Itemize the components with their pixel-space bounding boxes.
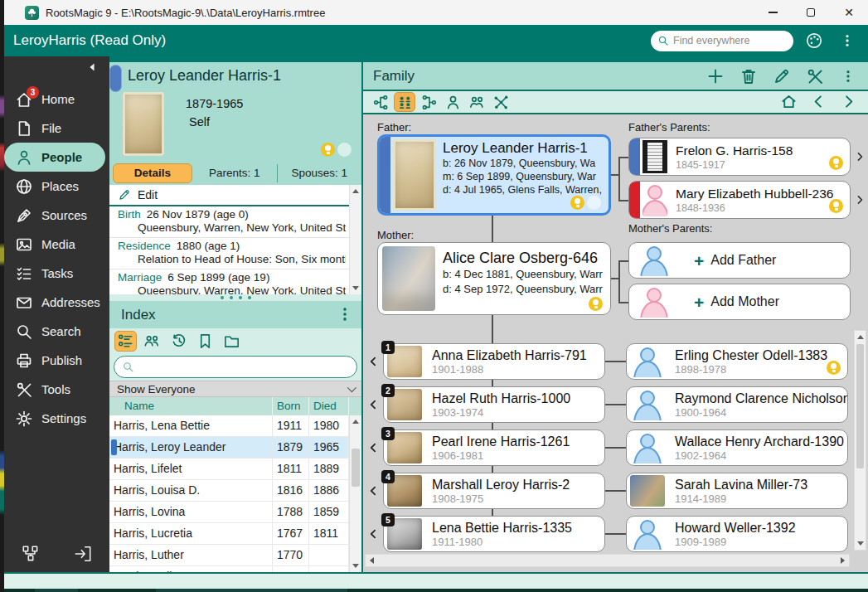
child-card[interactable]: 1 Anna Elizabeth Harris-791 1901-1988 <box>383 343 605 380</box>
sidebar-item-search[interactable]: Search <box>4 317 109 346</box>
spouse-card[interactable]: Erling Chester Odell-1383 1898-1978 <box>626 343 848 380</box>
tab-spouses[interactable]: Spouses: 1 <box>278 167 362 179</box>
column-header-name[interactable]: Name <box>109 397 273 415</box>
sign-out-icon[interactable] <box>73 544 93 564</box>
column-header-died[interactable]: Died <box>309 397 349 415</box>
view-family-icon[interactable] <box>394 92 415 112</box>
child-card[interactable]: 3 Pearl Irene Harris-1261 1906-1981 <box>383 429 605 466</box>
global-search[interactable] <box>651 31 793 51</box>
index-row[interactable]: Harris, Lovina 1788 1859 <box>109 502 349 523</box>
child-card[interactable]: 4 Marshall Leroy Harris-2 1908-1975 <box>383 473 605 509</box>
column-header-born[interactable]: Born <box>273 397 309 415</box>
family-vertical-scrollbar[interactable] <box>854 330 866 551</box>
index-folder-icon[interactable] <box>221 331 243 352</box>
sidebar-item-places[interactable]: Places <box>4 172 109 201</box>
chevron-left-icon[interactable] <box>367 354 380 369</box>
index-view-groups-icon[interactable] <box>141 331 163 352</box>
sidebar-item-addresses[interactable]: Addresses <box>4 288 109 317</box>
index-row[interactable]: Harris, Lydia 1802 1885 <box>109 566 349 572</box>
scroll-left-icon[interactable] <box>370 557 374 564</box>
index-bookmarks-icon[interactable] <box>194 331 216 352</box>
chevron-left-icon[interactable] <box>367 440 380 455</box>
view-person-icon[interactable] <box>442 92 463 112</box>
hint-bulb-icon[interactable] <box>321 143 335 157</box>
scrollbar-thumb[interactable] <box>352 449 360 487</box>
index-filter-dropdown[interactable]: Show Everyone <box>109 381 361 397</box>
scroll-right-icon[interactable] <box>841 557 845 564</box>
sidebar-item-tools[interactable]: Tools <box>4 375 109 404</box>
view-pedigree-icon[interactable] <box>370 92 391 112</box>
index-view-list-icon[interactable] <box>114 331 137 352</box>
scroll-down-icon[interactable] <box>352 564 359 568</box>
view-descendants-icon[interactable] <box>418 92 439 112</box>
global-search-input[interactable] <box>673 35 781 46</box>
index-row[interactable]: Harris, Lena Bettie 1911 1980 <box>109 415 349 437</box>
minimize-button[interactable] <box>754 0 792 25</box>
sidebar-item-file[interactable]: File <box>4 114 109 143</box>
add-father-button[interactable]: + Add Father <box>628 242 851 279</box>
child-card[interactable]: 2 Hazel Ruth Harris-1000 1903-1974 <box>383 386 605 423</box>
home-person-icon[interactable] <box>780 93 798 111</box>
maximize-button[interactable] <box>792 0 830 25</box>
scroll-up-icon[interactable] <box>857 335 864 339</box>
nav-forward-icon[interactable] <box>840 93 858 111</box>
tools-icon[interactable] <box>805 66 825 86</box>
scroll-down-icon[interactable] <box>857 541 864 546</box>
facts-scrollbar[interactable] <box>349 185 361 294</box>
index-menu-icon[interactable] <box>337 306 353 323</box>
collapse-sidebar-icon[interactable] <box>86 61 103 78</box>
family-menu-icon[interactable] <box>838 66 858 86</box>
share-tree-icon[interactable] <box>21 544 41 564</box>
scroll-down-icon[interactable] <box>352 286 359 290</box>
index-search[interactable] <box>114 356 357 378</box>
edit-person-icon[interactable] <box>772 66 792 86</box>
theme-palette-icon[interactable] <box>802 28 827 53</box>
sidebar-item-settings[interactable]: Settings <box>4 404 109 433</box>
sidebar-item-media[interactable]: Media <box>4 230 109 259</box>
add-mother-button[interactable]: + Add Mother <box>628 284 851 320</box>
nav-back-icon[interactable] <box>810 93 828 111</box>
sidebar-item-publish[interactable]: Publish <box>4 346 109 375</box>
chevron-right-icon[interactable] <box>854 148 866 165</box>
child-card[interactable]: 5 Lena Bettie Harris-1335 1911-1980 <box>383 516 605 552</box>
view-couple-icon[interactable] <box>466 92 487 112</box>
spouse-card[interactable]: Howard Weller-1392 1909-1989 <box>626 516 848 552</box>
sidebar-item-home[interactable]: 3 Home <box>4 85 109 114</box>
scroll-up-icon[interactable] <box>352 420 359 424</box>
father-card[interactable]: Leroy Leander Harris-1 b: 26 Nov 1879, Q… <box>377 134 611 216</box>
index-history-icon[interactable] <box>167 331 190 352</box>
index-row[interactable]: Harris, Luther 1770 <box>109 545 349 566</box>
index-row[interactable]: Harris, Leroy Leander 1879 1965 <box>109 437 349 459</box>
spouse-card[interactable]: Wallace Henry Archard-1390 1902-1964 <box>626 429 848 466</box>
tab-parents[interactable]: Parents: 1 <box>192 167 277 179</box>
fact-row[interactable]: Birth26 Nov 1879 (age 0) Queensbury, War… <box>109 206 349 238</box>
chevron-left-icon[interactable] <box>367 483 380 498</box>
chevron-left-icon[interactable] <box>367 526 380 541</box>
mother-card[interactable]: Alice Clare Osberg-646 b: 4 Dec 1881, Qu… <box>377 242 611 315</box>
fact-row[interactable]: Marriage6 Sep 1899 (age 19) Queensbury, … <box>109 269 349 294</box>
sidebar-item-people[interactable]: People <box>4 143 105 172</box>
hint-bulb-icon[interactable] <box>570 196 584 210</box>
view-network-icon[interactable] <box>490 92 512 112</box>
sidebar-item-tasks[interactable]: Tasks <box>4 259 109 288</box>
index-row[interactable]: Harris, Lifelet 1811 1889 <box>109 459 349 480</box>
scroll-up-icon[interactable] <box>352 189 359 193</box>
fact-row[interactable]: Residence1880 (age 1) Relation to Head o… <box>109 238 349 269</box>
add-person-icon[interactable] <box>706 66 725 86</box>
close-button[interactable]: ✕ <box>830 0 868 25</box>
index-row[interactable]: Harris, Louisa D. 1816 1886 <box>109 480 349 502</box>
delete-person-icon[interactable] <box>739 66 759 86</box>
sidebar-item-sources[interactable]: Sources <box>4 201 109 230</box>
tab-details[interactable]: Details <box>113 163 192 183</box>
hint-bulb-icon[interactable] <box>827 361 841 375</box>
hint-bulb-icon[interactable] <box>589 297 603 311</box>
app-menu-icon[interactable] <box>835 28 860 53</box>
spouse-card[interactable]: Raymond Clarence Nicholson 1900-1964 <box>626 386 848 423</box>
chevron-left-icon[interactable] <box>367 397 380 412</box>
hint-bulb-icon[interactable] <box>829 156 843 170</box>
index-search-input[interactable] <box>139 361 349 373</box>
chevron-right-icon[interactable] <box>854 192 866 208</box>
grandparent-card[interactable]: Frelon G. Harris-158 1845-1917 <box>628 138 851 176</box>
spouse-card[interactable]: Sarah Lavina Miller-73 1914-1989 <box>626 473 848 509</box>
panel-splitter-handle[interactable] <box>109 294 361 301</box>
